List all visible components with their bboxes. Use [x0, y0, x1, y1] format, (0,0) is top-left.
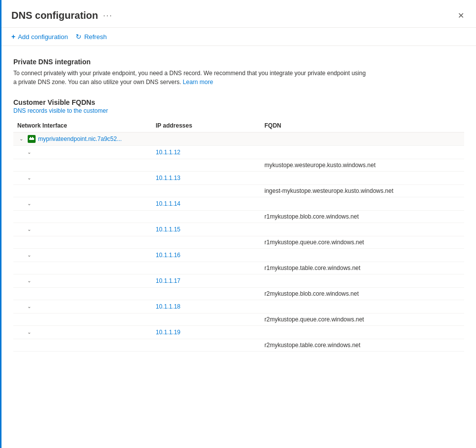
- table-row: ⌄10.1.1.15: [13, 223, 464, 236]
- close-button[interactable]: ✕: [456, 9, 466, 22]
- row-chevron-7[interactable]: ⌄: [25, 328, 33, 336]
- row-chevron-0[interactable]: ⌄: [25, 148, 33, 156]
- refresh-button[interactable]: ↻ Refresh: [76, 33, 107, 41]
- table-header-row: Network Interface IP addresses FQDN: [13, 119, 464, 133]
- ip-address-1[interactable]: 10.1.1.13: [156, 175, 180, 181]
- row-chevron-2[interactable]: ⌄: [25, 200, 33, 208]
- fqdn-text-1: ingest-mykustope.westeurope.kusto.window…: [264, 187, 393, 194]
- nic-name: myprivateendpoint.nic.7a9c52...: [38, 135, 122, 142]
- learn-more-link[interactable]: Learn more: [183, 79, 213, 86]
- title-row: DNS configuration ···: [11, 10, 113, 21]
- page-title: DNS configuration: [11, 10, 98, 21]
- plus-icon: +: [11, 33, 15, 41]
- ip-address-6[interactable]: 10.1.1.18: [156, 303, 180, 310]
- table-row: r1mykustope.queue.core.windows.net: [13, 236, 464, 249]
- nic-icon: [28, 135, 36, 143]
- add-configuration-label: Add configuration: [18, 33, 68, 41]
- panel-header: DNS configuration ··· ✕: [1, 0, 476, 28]
- row-chevron-3[interactable]: ⌄: [25, 225, 33, 233]
- table-row: r1mykustope.table.core.windows.net: [13, 262, 464, 274]
- fqdn-text-0: mykustope.westeurope.kusto.windows.net: [264, 162, 376, 169]
- row-chevron-5[interactable]: ⌄: [25, 277, 33, 285]
- fqdn-text-4: r1mykustope.table.core.windows.net: [264, 265, 360, 271]
- col-header-ip: IP addresses: [152, 119, 260, 133]
- nic-row: ⌄ myprivateendpoint.nic.7a9c52...: [13, 133, 464, 146]
- table-row: r1mykustope.blob.core.windows.net: [13, 211, 464, 223]
- refresh-icon: ↻: [76, 33, 82, 41]
- table-row: ⌄10.1.1.14: [13, 197, 464, 211]
- table-row: ⌄10.1.1.12: [13, 146, 464, 159]
- col-header-ni: Network Interface: [13, 119, 152, 133]
- table-row: ⌄10.1.1.16: [13, 249, 464, 262]
- fqdns-title: Customer Visible FQDNs: [13, 98, 464, 106]
- table-row: ingest-mykustope.westeurope.kusto.window…: [13, 185, 464, 197]
- refresh-label: Refresh: [84, 33, 107, 41]
- table-row: r2mykustope.table.core.windows.net: [13, 339, 464, 352]
- nic-chevron[interactable]: ⌄: [17, 135, 25, 143]
- content-area: Private DNS integration To connect priva…: [1, 46, 476, 363]
- ellipsis-icon[interactable]: ···: [103, 11, 113, 20]
- private-dns-title: Private DNS integration: [13, 58, 464, 66]
- fqdn-text-5: r2mykustope.blob.core.windows.net: [264, 290, 359, 297]
- ip-address-5[interactable]: 10.1.1.17: [156, 277, 180, 284]
- fqdn-text-2: r1mykustope.blob.core.windows.net: [264, 213, 359, 220]
- fqdn-text-6: r2mykustope.queue.core.windows.net: [264, 316, 364, 323]
- add-configuration-button[interactable]: + Add configuration: [11, 33, 68, 41]
- private-dns-description: To connect privately with your private e…: [13, 69, 369, 87]
- table-row: ⌄10.1.1.17: [13, 274, 464, 288]
- svg-rect-1: [29, 138, 34, 140]
- private-dns-section: Private DNS integration To connect priva…: [13, 58, 464, 87]
- table-row: ⌄10.1.1.13: [13, 172, 464, 185]
- dns-configuration-panel: DNS configuration ··· ✕ + Add configurat…: [0, 0, 476, 448]
- table-row: r2mykustope.queue.core.windows.net: [13, 314, 464, 326]
- table-row: ⌄10.1.1.18: [13, 300, 464, 314]
- col-header-fqdn: FQDN: [260, 119, 464, 133]
- row-chevron-1[interactable]: ⌄: [25, 174, 33, 182]
- table-row: mykustope.westeurope.kusto.windows.net: [13, 159, 464, 172]
- row-chevron-4[interactable]: ⌄: [25, 251, 33, 259]
- toolbar: + Add configuration ↻ Refresh: [1, 28, 476, 46]
- ip-address-4[interactable]: 10.1.1.16: [156, 252, 180, 259]
- ip-address-0[interactable]: 10.1.1.12: [156, 149, 180, 156]
- svg-rect-3: [32, 137, 33, 138]
- ip-address-7[interactable]: 10.1.1.19: [156, 329, 180, 336]
- fqdns-subtitle: DNS records visible to the customer: [13, 107, 464, 114]
- nic-cell: ⌄ myprivateendpoint.nic.7a9c52...: [17, 135, 148, 143]
- fqdns-section: Customer Visible FQDNs DNS records visib…: [13, 98, 464, 352]
- table-row: r2mykustope.blob.core.windows.net: [13, 288, 464, 300]
- svg-rect-2: [30, 137, 31, 138]
- fqdns-table: Network Interface IP addresses FQDN ⌄: [13, 119, 464, 352]
- ip-address-3[interactable]: 10.1.1.15: [156, 226, 180, 233]
- row-chevron-6[interactable]: ⌄: [25, 303, 33, 311]
- ip-address-2[interactable]: 10.1.1.14: [156, 200, 180, 207]
- fqdn-text-3: r1mykustope.queue.core.windows.net: [264, 239, 364, 246]
- fqdn-text-7: r2mykustope.table.core.windows.net: [264, 342, 360, 349]
- table-row: ⌄10.1.1.19: [13, 326, 464, 339]
